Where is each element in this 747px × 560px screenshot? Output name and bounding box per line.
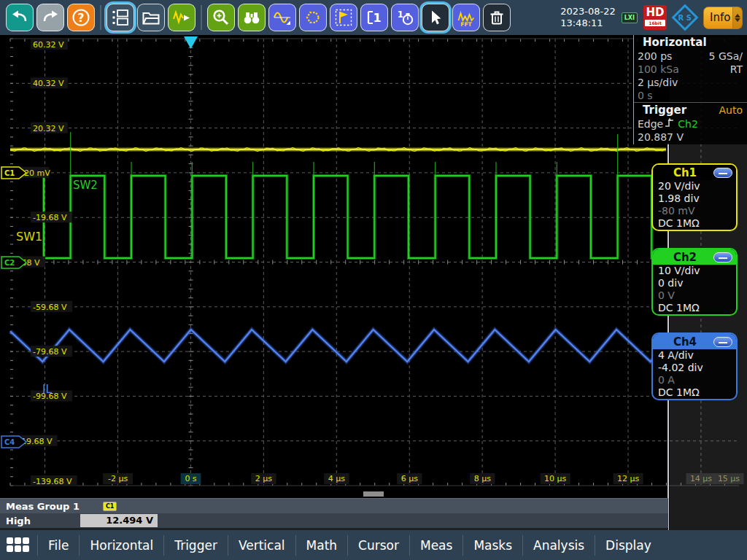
menu-item-file[interactable]: File — [38, 538, 79, 553]
lxi-badge: LXI — [622, 12, 638, 23]
cursor-icon — [426, 8, 445, 27]
menu-item-meas[interactable]: Meas — [410, 538, 462, 553]
y-axis-label: -19.68 V — [33, 213, 67, 222]
menu-item-trigger[interactable]: Trigger — [164, 538, 228, 553]
mask-icon — [303, 8, 322, 27]
time-position: 0 s — [638, 89, 653, 102]
trigger-type: Edge — [638, 117, 663, 131]
meas-name: High — [0, 516, 80, 526]
timing-measure-button[interactable]: 1 — [391, 4, 419, 31]
hd-mode-badge[interactable]: HD 16bit — [643, 5, 667, 30]
dialogs-icon — [111, 8, 130, 27]
menu-item-analysis[interactable]: Analysis — [523, 538, 595, 553]
rs-logo-icon: R S — [672, 4, 699, 31]
annotation-sw2: SW2 — [73, 179, 98, 192]
measurement-results-bar[interactable]: Meas Group 1 C1 High 12.494 V — [0, 498, 668, 530]
y-axis-label: -139.68 V — [33, 477, 72, 486]
trash-icon — [487, 8, 506, 27]
redo-button[interactable] — [36, 4, 64, 31]
record-length: 100 kSa — [638, 63, 679, 76]
zoom-button[interactable] — [207, 4, 235, 31]
channel-badge-ch4[interactable]: Ch44 A/div-4.02 div0 ADC 1MΩ — [651, 332, 738, 400]
info-spinner-icon[interactable] — [732, 7, 742, 28]
meas-value: 12.494 V — [80, 514, 158, 527]
acq-mode: RT — [730, 63, 743, 76]
statusbar: 2023-08-22 13:48:11 LXI HD 16bit R S Inf… — [560, 0, 743, 35]
x-axis-label: 10 µs — [544, 474, 566, 483]
channel-badge-header[interactable]: Ch1 — [653, 165, 736, 180]
channel-id-label: Ch1 — [657, 166, 713, 179]
menu-item-vertical[interactable]: Vertical — [228, 538, 295, 553]
trigger-mode: Auto — [719, 104, 743, 117]
gen-icon — [172, 8, 191, 27]
dialogs-button[interactable] — [107, 4, 134, 31]
channel-setting: DC 1MΩ — [653, 386, 736, 399]
mask-test-button[interactable] — [299, 4, 327, 31]
help-button[interactable]: ? — [67, 4, 95, 31]
help-icon: ? — [71, 8, 90, 27]
horizontal-trigger-panel[interactable]: Horizontal 200 ps 5 GSa/ 100 kSa RT 2 µs… — [633, 35, 747, 144]
minimize-channel-button[interactable] — [713, 252, 732, 262]
undo-button[interactable] — [6, 4, 34, 31]
waveform-generator-button[interactable] — [168, 4, 196, 31]
channel-setting: DC 1MΩ — [653, 302, 736, 314]
folder-icon — [142, 8, 160, 27]
main-menu-bar: FileHorizontalTriggerVerticalMathCursorM… — [0, 530, 747, 560]
annotation-il: IL — [42, 383, 52, 396]
meter-icon: 1 — [365, 8, 384, 27]
measurement-button[interactable]: 1 — [360, 4, 388, 31]
meas-group-row[interactable]: Meas Group 1 C1 — [0, 498, 668, 513]
ch1-trace-core — [10, 149, 666, 150]
channel-badge-header[interactable]: Ch4 — [653, 334, 736, 349]
x-axis-label: -2 µs — [108, 474, 128, 483]
svg-text:1: 1 — [373, 11, 381, 25]
scrollbar-thumb[interactable] — [363, 491, 384, 497]
zoom-icon — [212, 8, 231, 27]
top-toolbar: ?11FFT 2023-08-22 13:48:11 LXI HD 16bit … — [0, 0, 747, 35]
meas-group-label: Meas Group 1 — [0, 501, 80, 512]
channel-badge-ch2[interactable]: Ch210 V/div0 div0 VDC 1MΩ — [651, 248, 738, 316]
x-axis-label: 4 µs — [328, 474, 345, 483]
fft-icon: FFT — [457, 8, 476, 27]
horizontal-panel-title[interactable]: Horizontal — [634, 35, 747, 50]
trigger-source: Ch2 — [678, 117, 698, 131]
meas-value-row[interactable]: High 12.494 V — [0, 513, 668, 528]
menu-item-masks[interactable]: Masks — [463, 538, 522, 553]
channel-setting: -80 mV — [653, 205, 736, 217]
fft-button[interactable]: FFT — [452, 4, 480, 31]
channel-badge-header[interactable]: Ch2 — [653, 249, 736, 265]
oscilloscope-screen: 60.32 V40.32 V20.32 V320 mV-19.68 V-39.6… — [0, 0, 747, 560]
select-cursor-button[interactable] — [422, 4, 449, 31]
menu-item-display[interactable]: Display — [595, 538, 662, 553]
trigger-level: 20.887 V — [638, 131, 684, 144]
trigger-panel-title[interactable]: Trigger Auto — [634, 102, 747, 117]
time-label: 13:48:11 — [560, 18, 616, 29]
file-open-button[interactable] — [137, 4, 165, 31]
reference-waveform-button[interactable] — [268, 4, 296, 31]
info-button[interactable]: Info — [703, 7, 743, 29]
channel-setting: -4.02 div — [653, 362, 736, 374]
x-axis-label: 2 µs — [255, 474, 272, 483]
channel-id-label: Ch2 — [657, 251, 713, 264]
menu-item-cursor[interactable]: Cursor — [348, 538, 409, 553]
sample-rate: 5 GSa/ — [709, 50, 743, 63]
channel-badge-ch1[interactable]: Ch120 V/div1.98 div-80 mVDC 1MΩ — [651, 163, 738, 231]
channel-setting: 0 div — [653, 277, 736, 289]
channel-setting: 0 V — [653, 289, 736, 302]
report-button[interactable] — [330, 4, 357, 31]
undo-icon — [10, 8, 29, 27]
menu-item-math[interactable]: Math — [296, 538, 348, 553]
menu-item-horizontal[interactable]: Horizontal — [80, 538, 163, 553]
sine-icon — [273, 8, 292, 27]
annotation-sw1: SW1 — [16, 230, 42, 244]
apps-grid-icon[interactable] — [7, 537, 30, 553]
meas-source-badge: C1 — [103, 502, 117, 511]
toolbar-separator — [100, 5, 101, 30]
x-axis-label: 8 µs — [474, 474, 491, 483]
minimize-channel-button[interactable] — [713, 168, 732, 178]
timer-icon: 1 — [395, 8, 414, 27]
delete-button[interactable] — [483, 4, 511, 31]
search-button[interactable] — [238, 4, 266, 31]
x-axis-label: 12 µs — [617, 474, 639, 483]
minimize-channel-button[interactable] — [713, 337, 732, 347]
